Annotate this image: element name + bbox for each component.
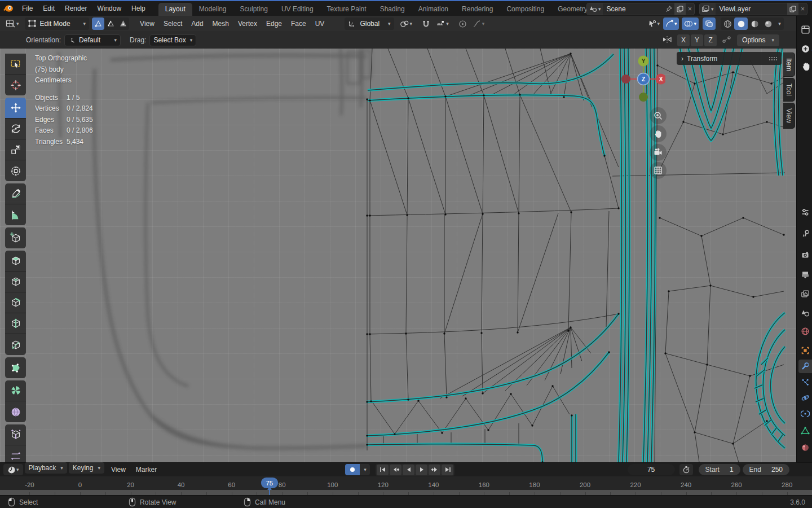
menu-edit[interactable]: Edit: [38, 1, 60, 16]
auto-keying-dropdown[interactable]: ▾: [360, 464, 370, 475]
axis-neg-x-ball[interactable]: [621, 75, 630, 84]
snap-toggle[interactable]: [420, 17, 433, 30]
timeline-menu-view[interactable]: View: [106, 462, 131, 477]
scene-selector[interactable]: ▾ Scene ×: [586, 3, 695, 15]
sidebar-tab-tool[interactable]: Tool: [783, 78, 795, 102]
workspace-tab-texture-paint[interactable]: Texture Paint: [320, 3, 373, 16]
shading-dropdown[interactable]: ▾: [775, 17, 784, 30]
tool-bevel[interactable]: [5, 292, 26, 313]
jump-to-end-button[interactable]: [442, 465, 453, 475]
pan-hand-icon[interactable]: [798, 59, 812, 72]
timeline-menu-marker[interactable]: Marker: [131, 462, 162, 477]
frame-end-field[interactable]: End 250: [743, 464, 789, 475]
solid-shading-button[interactable]: [734, 17, 748, 30]
zoom-icon[interactable]: [650, 107, 667, 124]
viewport-3d[interactable]: Top Orthographic (75) body Centimeters O…: [0, 49, 796, 462]
viewlayer-icon[interactable]: ▾: [700, 3, 716, 15]
tool-extrude-region[interactable]: [5, 251, 26, 271]
tool-cursor[interactable]: [5, 75, 26, 95]
tool-edge-slide[interactable]: [5, 424, 26, 445]
jump-to-prev-keyframe-button[interactable]: [390, 465, 401, 475]
workspace-tab-sculpting[interactable]: Sculpting: [233, 3, 275, 16]
scene-icon[interactable]: ▾: [587, 3, 603, 15]
mirror-axis-z[interactable]: Z: [704, 34, 717, 46]
menu-file[interactable]: File: [17, 1, 38, 16]
tool-smooth[interactable]: [5, 401, 26, 422]
workspace-tab-layout[interactable]: Layout: [158, 3, 192, 16]
mode-dropdown[interactable]: Edit Mode ▾: [25, 17, 90, 30]
pivot-point-dropdown[interactable]: ▾: [398, 17, 415, 30]
properties-tab-scene[interactable]: [798, 306, 812, 320]
tool-spin[interactable]: [5, 380, 26, 401]
show-gizmo-dropdown[interactable]: ▾: [646, 17, 662, 30]
workspace-tab-animation[interactable]: Animation: [412, 3, 455, 16]
tool-shear[interactable]: [5, 445, 26, 462]
menu-render[interactable]: Render: [60, 1, 92, 16]
timeline-scroll-strip[interactable]: [0, 490, 812, 495]
tool-scale[interactable]: [5, 139, 26, 160]
new-scene-button[interactable]: [674, 3, 686, 15]
play-button[interactable]: [416, 465, 427, 475]
current-frame-field[interactable]: 75: [628, 464, 675, 475]
tool-measure[interactable]: [5, 204, 26, 225]
material-preview-button[interactable]: [748, 17, 761, 30]
properties-editor-type-button[interactable]: [798, 205, 812, 219]
properties-tab-physics[interactable]: [798, 391, 812, 405]
workspace-tab-shading[interactable]: Shading: [373, 3, 412, 16]
transform-panel-header[interactable]: › Transform: [677, 52, 782, 65]
mirror-axis-x[interactable]: X: [677, 34, 690, 46]
wireframe-shading-button[interactable]: [721, 17, 734, 30]
drag-grip-icon[interactable]: [769, 56, 778, 61]
viewport-menu-add[interactable]: Add: [187, 16, 208, 31]
chevron-left-icon[interactable]: ‹: [806, 43, 812, 56]
properties-tab-constraints[interactable]: [798, 407, 812, 421]
face-select-button[interactable]: [117, 17, 129, 30]
timeline-editor-type-button[interactable]: ▾: [3, 464, 23, 475]
properties-tab-object[interactable]: [798, 344, 812, 357]
properties-tab-particles[interactable]: [798, 375, 812, 389]
axis-neg-y-ball[interactable]: [639, 93, 648, 102]
rendered-shading-button[interactable]: [761, 17, 775, 30]
viewport-menu-view[interactable]: View: [135, 16, 159, 31]
viewport-menu-uv[interactable]: UV: [311, 16, 329, 31]
unlink-scene-button[interactable]: ×: [686, 3, 694, 15]
properties-tab-modifiers[interactable]: [798, 360, 812, 373]
tool-inset-faces[interactable]: [5, 271, 26, 292]
sidebar-tab-item[interactable]: Item: [783, 52, 795, 77]
timeline-menu-playback[interactable]: Playback▾: [25, 462, 67, 474]
workspace-tab-modeling[interactable]: Modeling: [192, 3, 233, 16]
viewport-menu-vertex[interactable]: Vertex: [233, 16, 262, 31]
blender-logo-icon[interactable]: [0, 2, 17, 15]
viewport-menu-face[interactable]: Face: [286, 16, 311, 31]
overlays-toggle[interactable]: ▾: [682, 17, 699, 30]
snap-dots-icon[interactable]: [721, 35, 732, 46]
gizmos-toggle[interactable]: ▾: [663, 17, 679, 30]
viewlayer-selector[interactable]: ▾ ViewLayer ×: [699, 3, 807, 15]
xray-toggle[interactable]: [703, 17, 716, 30]
tool-poly-build[interactable]: [5, 357, 26, 378]
tool-knife[interactable]: [5, 334, 26, 355]
properties-tab-tool[interactable]: [798, 227, 812, 240]
editor-window-icon[interactable]: [798, 23, 812, 36]
properties-tab-render[interactable]: [798, 248, 812, 262]
remove-viewlayer-button[interactable]: ×: [798, 3, 807, 15]
workspace-tab-geometry-nodes[interactable]: Geometry Nodes: [551, 3, 587, 16]
proportional-falloff-dropdown[interactable]: ▾: [470, 17, 487, 30]
pin-icon[interactable]: [664, 3, 674, 15]
options-dropdown[interactable]: Options ▾: [737, 34, 779, 46]
jump-to-start-button[interactable]: [377, 465, 389, 475]
timeline-ruler[interactable]: -200204060801001201401601802002202402602…: [0, 476, 812, 490]
vertex-select-button[interactable]: [92, 17, 104, 30]
properties-tab-output[interactable]: [798, 268, 812, 282]
menu-window[interactable]: Window: [92, 1, 126, 16]
viewport-menu-edge[interactable]: Edge: [262, 16, 286, 31]
properties-tab-material[interactable]: [798, 441, 812, 454]
tool-move[interactable]: [5, 98, 26, 119]
tool-rotate[interactable]: [5, 119, 26, 139]
jump-to-next-keyframe-button[interactable]: [429, 465, 440, 475]
workspace-tab-uv-editing[interactable]: UV Editing: [275, 3, 320, 16]
use-preview-range-button[interactable]: [679, 464, 693, 475]
editor-type-button[interactable]: ▾: [3, 17, 21, 30]
tool-add-cube[interactable]: [5, 227, 26, 248]
tool-transform[interactable]: [5, 160, 26, 181]
